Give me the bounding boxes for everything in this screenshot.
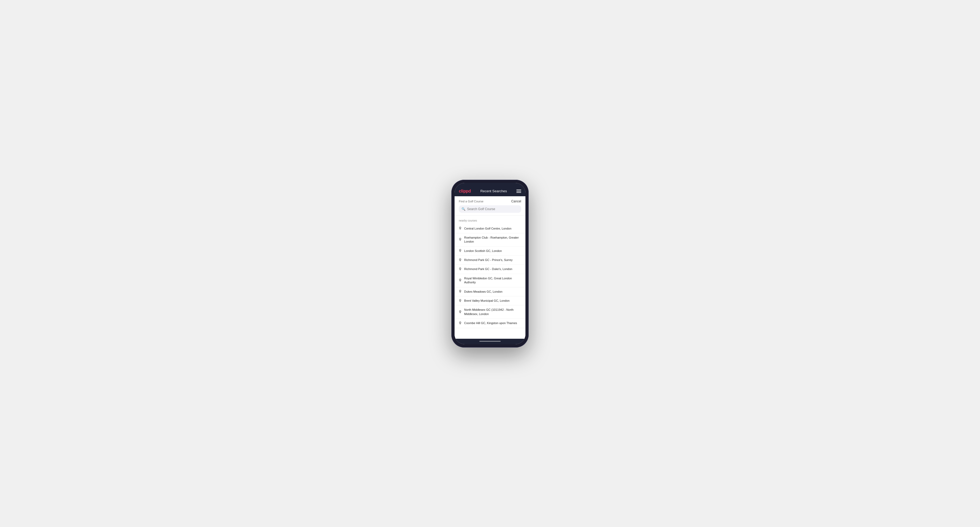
course-name: Richmond Park GC - Prince's, Surrey bbox=[464, 258, 513, 262]
phone-frame: clippd Recent Searches Find a Golf Cours… bbox=[451, 180, 529, 348]
pin-icon bbox=[459, 279, 461, 282]
pin-icon bbox=[459, 249, 461, 253]
nav-title: Recent Searches bbox=[480, 189, 507, 193]
course-name: Richmond Park GC - Duke's, London bbox=[464, 267, 512, 271]
course-list-item[interactable]: Coombe Hill GC, Kingston upon Thames bbox=[455, 319, 525, 328]
home-bar bbox=[479, 341, 501, 342]
course-list: Central London Golf Centre, London Roeha… bbox=[455, 224, 525, 339]
course-name: Brent Valley Municipal GC, London bbox=[464, 299, 509, 303]
course-name: Royal Wimbledon GC, Great London Authori… bbox=[464, 276, 521, 285]
course-list-item[interactable]: North Middlesex GC (1011942 - North Midd… bbox=[455, 305, 525, 319]
search-box: 🔍 bbox=[459, 205, 521, 213]
course-list-item[interactable]: Royal Wimbledon GC, Great London Authori… bbox=[455, 274, 525, 287]
pin-icon bbox=[459, 299, 461, 303]
home-indicator-bar bbox=[455, 339, 525, 344]
pin-icon bbox=[459, 258, 461, 262]
course-list-item[interactable]: Central London Golf Centre, London bbox=[455, 224, 525, 233]
course-name: Dukes Meadows GC, London bbox=[464, 290, 503, 294]
menu-icon[interactable] bbox=[516, 190, 521, 193]
course-list-item[interactable]: Richmond Park GC - Prince's, Surrey bbox=[455, 256, 525, 265]
course-list-item[interactable]: Richmond Park GC - Duke's, London bbox=[455, 265, 525, 274]
pin-icon bbox=[459, 227, 461, 230]
status-bar bbox=[455, 183, 525, 186]
course-list-item[interactable]: Brent Valley Municipal GC, London bbox=[455, 296, 525, 305]
course-name: Central London Golf Centre, London bbox=[464, 227, 511, 231]
phone-screen: clippd Recent Searches Find a Golf Cours… bbox=[455, 183, 525, 344]
search-icon: 🔍 bbox=[461, 207, 466, 211]
pin-icon bbox=[459, 290, 461, 294]
pin-icon bbox=[459, 238, 461, 241]
app-logo: clippd bbox=[459, 189, 471, 194]
nearby-header: Nearby courses bbox=[455, 216, 525, 224]
search-input[interactable] bbox=[467, 207, 519, 211]
pin-icon bbox=[459, 267, 461, 271]
course-name: North Middlesex GC (1011942 - North Midd… bbox=[464, 308, 521, 316]
pin-icon bbox=[459, 310, 461, 314]
nearby-label: Nearby courses bbox=[459, 219, 477, 222]
course-list-item[interactable]: Roehampton Club - Roehampton, Greater Lo… bbox=[455, 233, 525, 247]
course-list-item[interactable]: London Scottish GC, London bbox=[455, 247, 525, 256]
cancel-button[interactable]: Cancel bbox=[511, 200, 521, 203]
find-label: Find a Golf Course bbox=[459, 200, 483, 203]
nav-bar: clippd Recent Searches bbox=[455, 186, 525, 196]
course-list-item[interactable]: Dukes Meadows GC, London bbox=[455, 287, 525, 296]
course-name: Coombe Hill GC, Kingston upon Thames bbox=[464, 321, 517, 325]
course-name: Roehampton Club - Roehampton, Greater Lo… bbox=[464, 236, 521, 244]
find-header: Find a Golf Course Cancel bbox=[455, 196, 525, 205]
content-area: Find a Golf Course Cancel 🔍 Nearby cours… bbox=[455, 196, 525, 339]
search-container: 🔍 bbox=[455, 205, 525, 216]
course-name: London Scottish GC, London bbox=[464, 249, 502, 253]
pin-icon bbox=[459, 321, 461, 325]
